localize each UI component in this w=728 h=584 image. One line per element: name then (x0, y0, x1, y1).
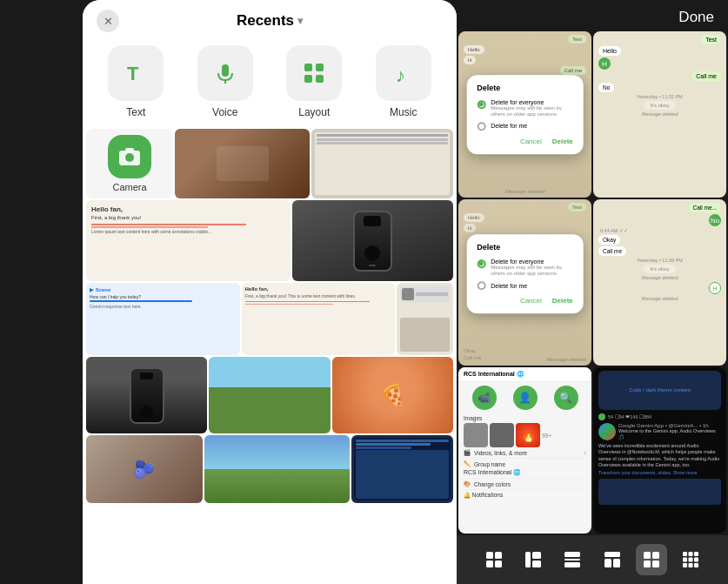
svg-rect-5 (304, 75, 312, 83)
photos-grid: Camera Hello fan, First, a big thank (83, 127, 457, 584)
right-header: Done (457, 0, 728, 31)
screenshot-chat-delete2[interactable]: Test Hello H Delete Delete for everyone … (458, 199, 591, 366)
search-icon[interactable]: 🔍 (554, 386, 578, 410)
toolbar-grid1[interactable] (478, 544, 510, 575)
screenshot-chat-delete[interactable]: Text Hello H Call me Delete Delete for e… (458, 31, 591, 198)
right-panel: Done Text Hello H Call me Delete (457, 0, 728, 584)
svg-rect-21 (604, 552, 620, 557)
photo-thumbnail[interactable] (292, 200, 453, 281)
chevron-down-icon: ▾ (297, 15, 303, 27)
svg-rect-13 (486, 561, 493, 567)
cancel-btn2[interactable]: Cancel (520, 298, 542, 305)
bottom-toolbar (457, 535, 728, 584)
svg-rect-33 (694, 558, 698, 562)
delete-me-label: Delete for me (491, 124, 527, 130)
screenshot-chat-messages[interactable]: Test Hello H Call me No Yesterday • 11:3… (593, 31, 726, 198)
toolbar-grid2[interactable] (518, 544, 549, 575)
radio-delete-everyone2[interactable] (477, 259, 485, 268)
delete-everyone-label: Delete for everyone (491, 99, 573, 105)
delete-btn2[interactable]: Delete (552, 298, 573, 305)
close-button[interactable]: ✕ (97, 10, 119, 32)
svg-text:♪: ♪ (396, 64, 405, 85)
svg-rect-18 (564, 552, 580, 557)
svg-rect-26 (644, 561, 651, 567)
svg-rect-20 (564, 562, 580, 567)
svg-text:T: T (127, 63, 139, 84)
layout-icon (286, 45, 342, 101)
done-button[interactable]: Done (678, 9, 714, 26)
music-label: Music (390, 106, 417, 118)
toolbar-grid3[interactable] (557, 544, 588, 575)
svg-rect-34 (683, 563, 687, 567)
text-icon: T (108, 45, 164, 101)
voice-label: Voice (212, 106, 237, 118)
layout-action[interactable]: Layout (286, 45, 342, 118)
camera-icon (108, 135, 151, 178)
text-action[interactable]: T Text (108, 45, 164, 118)
voice-icon (197, 45, 253, 101)
screenshot-chat-messages2[interactable]: Call me... No 6:44 AM ✓✓ Okay Call me Ye… (593, 199, 726, 366)
screenshot-gemini-app[interactable]: Code / dark theme content 54 ☐54 ❤146 ☐8… (593, 367, 726, 534)
svg-rect-29 (689, 552, 693, 556)
toolbar-grid6[interactable] (675, 544, 706, 575)
layout-label: Layout (298, 106, 330, 118)
svg-rect-30 (694, 552, 698, 556)
svg-point-9 (125, 153, 134, 162)
video-links-icon: 🎬 (464, 449, 471, 456)
svg-rect-31 (683, 558, 687, 562)
radio-delete-me[interactable] (477, 122, 485, 131)
svg-rect-12 (495, 552, 502, 559)
svg-rect-35 (689, 563, 693, 567)
voice-action[interactable]: Voice (197, 45, 253, 118)
camera-button[interactable]: Camera (86, 129, 173, 198)
svg-rect-36 (694, 563, 698, 567)
photo-thumbnail[interactable]: 🍕 (332, 357, 453, 433)
photo-thumbnail[interactable] (175, 129, 310, 198)
toolbar-grid5[interactable] (636, 544, 667, 575)
svg-rect-17 (532, 561, 541, 567)
toolbar-grid4[interactable] (597, 544, 628, 575)
photo-thumbnail[interactable] (397, 283, 453, 355)
svg-rect-24 (644, 552, 651, 559)
radio-delete-everyone[interactable] (477, 100, 485, 109)
text-label: Text (126, 106, 145, 118)
photo-thumbnail[interactable] (86, 357, 207, 433)
svg-rect-10 (125, 148, 134, 151)
photo-thumbnail[interactable]: 🫐 (86, 435, 203, 503)
cancel-button[interactable]: Cancel (520, 138, 542, 145)
quick-actions-bar: T Text Voice Layout ♪ Music (83, 38, 457, 127)
music-icon: ♪ (376, 45, 431, 101)
delete-button[interactable]: Delete (552, 138, 573, 145)
add-contact-icon[interactable]: 👤 (513, 386, 538, 410)
svg-rect-28 (683, 552, 687, 556)
svg-rect-1 (222, 64, 229, 77)
recents-title: Recents ▾ (237, 12, 303, 30)
photo-thumbnail[interactable] (204, 435, 350, 503)
svg-rect-23 (613, 559, 620, 567)
svg-rect-22 (604, 559, 611, 567)
left-header: ✕ Recents ▾ (83, 0, 457, 38)
screenshot-rcs-chat[interactable]: RCS International 🌐 📹 👤 🔍 Images 🔥 99+ (458, 367, 591, 534)
svg-rect-11 (486, 552, 493, 559)
svg-rect-27 (652, 561, 659, 567)
svg-rect-25 (652, 552, 659, 559)
svg-rect-4 (316, 64, 324, 71)
svg-rect-16 (532, 552, 541, 559)
music-action[interactable]: ♪ Music (376, 45, 431, 118)
delete-dialog-title: Delete (477, 84, 573, 92)
photo-thumbnail[interactable] (351, 435, 453, 503)
photo-thumbnail[interactable]: Hello fan, First, a big thank you! This … (242, 283, 396, 355)
radio-delete-me2[interactable] (477, 282, 485, 291)
photo-thumbnail[interactable] (311, 129, 453, 198)
photo-thumbnail[interactable]: Hello fan, First, a big thank you! Lorem… (86, 200, 291, 281)
left-panel: ✕ Recents ▾ T Text Voice Layout (83, 0, 457, 584)
svg-rect-19 (564, 559, 580, 561)
camera-label: Camera (112, 182, 146, 192)
delete-everyone-sublabel: Messages may still be seen by others on … (491, 105, 573, 117)
photo-thumbnail[interactable] (209, 357, 330, 433)
screenshots-grid: Text Hello H Call me Delete Delete for e… (457, 31, 728, 535)
video-call-icon[interactable]: 📹 (472, 386, 497, 410)
photo-thumbnail[interactable]: ▶ Scene How can I help you today? Gemini… (86, 283, 240, 355)
svg-rect-15 (525, 552, 531, 567)
svg-rect-6 (316, 75, 324, 83)
